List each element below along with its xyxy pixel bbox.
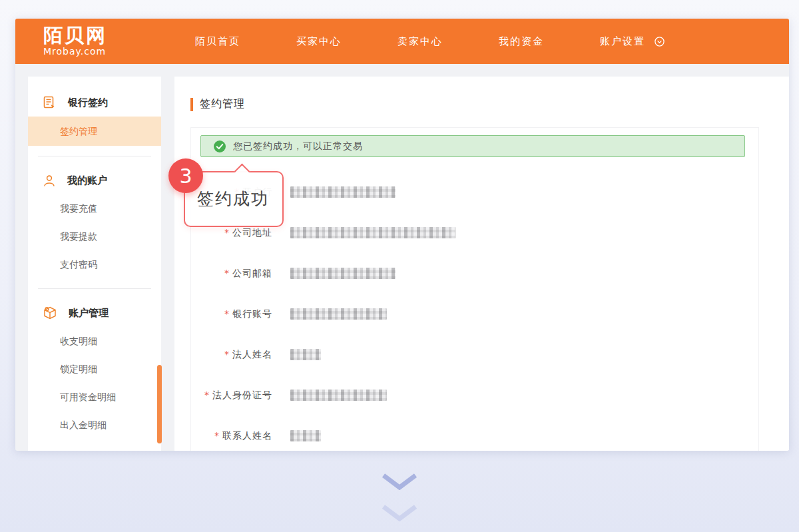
masked-field-value <box>290 349 321 360</box>
required-asterisk: * <box>204 390 210 400</box>
scroll-down-indicator <box>381 473 418 532</box>
nav-item-label: 陌贝首页 <box>195 35 240 48</box>
nav-item-5[interactable]: 账户设置 <box>600 35 665 48</box>
masked-field-value <box>290 308 387 320</box>
chevron-down-icon <box>381 504 418 521</box>
field-label-text: 公司邮箱 <box>232 268 272 278</box>
masked-field-value <box>290 390 387 401</box>
required-asterisk: * <box>224 349 230 360</box>
brand-title: 陌贝网 <box>43 25 107 46</box>
form-row-银行账号: *银行账号 <box>191 294 758 334</box>
circle-chevron-down-icon <box>650 37 665 47</box>
success-banner-text: 您已签约成功，可以正常交易 <box>233 140 363 152</box>
step-number-badge: 3 <box>168 158 203 193</box>
sidebar-group-title: 账户管理 <box>69 307 109 320</box>
sidebar-group-我的账户[interactable]: 我的账户 <box>28 166 161 194</box>
sidebar-item-我要充值[interactable]: 我要充值 <box>28 194 161 222</box>
sidebar-item-出入金明细[interactable]: 出入金明细 <box>28 411 161 439</box>
form-row-联系人姓名: *联系人姓名 <box>191 415 758 451</box>
field-label-text: 法人身份证号 <box>212 390 272 400</box>
masked-field-value <box>290 186 396 198</box>
masked-field-value <box>290 227 455 238</box>
sidebar-divider <box>38 156 151 156</box>
nav-item-1[interactable]: 陌贝首页 <box>195 35 240 48</box>
sidebar-item-支付密码[interactable]: 支付密码 <box>28 250 161 278</box>
doc-edit-icon <box>43 96 62 109</box>
sidebar-group-title: 我的账户 <box>67 174 107 187</box>
main-panel: 签约管理 您已签约成功，可以正常交易 *开户行*公司地址*公司邮箱*银行账号*法… <box>174 77 789 451</box>
sidebar-item-收支明细[interactable]: 收支明细 <box>28 327 161 355</box>
box-icon <box>43 306 63 320</box>
form-row-法人姓名: *法人姓名 <box>191 334 758 375</box>
main-nav: 陌贝首页买家中心卖家中心我的资金账户设置 <box>195 19 720 64</box>
check-circle-icon <box>214 140 226 152</box>
page-title-text: 签约管理 <box>200 97 245 111</box>
required-asterisk: * <box>224 308 230 319</box>
tooltip-text: 签约成功 <box>197 172 269 226</box>
top-header: 陌贝网 Mrobay.com 陌贝首页买家中心卖家中心我的资金账户设置 <box>15 19 789 64</box>
sidebar-group-账户管理[interactable]: 账户管理 <box>28 299 161 327</box>
user-icon <box>43 174 61 187</box>
sidebar-item-锁定明细[interactable]: 锁定明细 <box>28 355 161 383</box>
field-label: *法人身份证号 <box>191 390 272 401</box>
success-banner: 您已签约成功，可以正常交易 <box>200 135 745 157</box>
sidebar-group-title: 银行签约 <box>68 97 108 109</box>
field-label-text: 银行账号 <box>232 308 272 319</box>
field-label-text: 公司地址 <box>232 227 272 238</box>
nav-item-label: 我的资金 <box>499 35 544 48</box>
required-asterisk: * <box>224 227 230 238</box>
masked-field-value <box>290 268 396 279</box>
title-accent-bar <box>190 98 193 111</box>
field-label: *公司地址 <box>191 227 272 239</box>
chevron-down-icon <box>381 473 418 490</box>
sidebar: 银行签约签约管理我的账户我要充值我要提款支付密码账户管理收支明细锁定明细可用资金… <box>28 77 161 451</box>
app-window: 陌贝网 Mrobay.com 陌贝首页买家中心卖家中心我的资金账户设置 银行签约… <box>15 19 789 451</box>
sidebar-item-可用资金明细[interactable]: 可用资金明细 <box>28 383 161 411</box>
sidebar-divider <box>38 288 151 289</box>
nav-item-4[interactable]: 我的资金 <box>499 35 544 48</box>
masked-field-value <box>290 430 321 441</box>
field-label: *公司邮箱 <box>191 268 272 280</box>
nav-item-label: 买家中心 <box>296 35 342 48</box>
sidebar-group-银行签约[interactable]: 银行签约 <box>28 89 161 117</box>
field-label: *法人姓名 <box>191 349 272 361</box>
nav-item-2[interactable]: 买家中心 <box>296 35 342 48</box>
field-label: *联系人姓名 <box>191 430 272 442</box>
brand-subtitle: Mrobay.com <box>43 46 107 57</box>
nav-item-label: 卖家中心 <box>398 35 443 48</box>
field-label: *银行账号 <box>191 308 272 320</box>
sidebar-item-我要提款[interactable]: 我要提款 <box>28 222 161 250</box>
page-title: 签约管理 <box>190 97 245 111</box>
nav-item-label: 账户设置 <box>600 35 645 48</box>
field-label-text: 联系人姓名 <box>222 430 272 441</box>
sidebar-item-签约管理[interactable]: 签约管理 <box>28 117 161 146</box>
sidebar-scrollbar-thumb[interactable] <box>157 365 162 443</box>
form-row-公司邮箱: *公司邮箱 <box>191 253 758 294</box>
nav-item-3[interactable]: 卖家中心 <box>398 35 443 48</box>
field-label-text: 法人姓名 <box>232 349 272 360</box>
brand-logo[interactable]: 陌贝网 Mrobay.com <box>43 25 107 57</box>
required-asterisk: * <box>214 430 220 441</box>
form-row-法人身份证号: *法人身份证号 <box>191 375 758 415</box>
required-asterisk: * <box>224 268 230 278</box>
